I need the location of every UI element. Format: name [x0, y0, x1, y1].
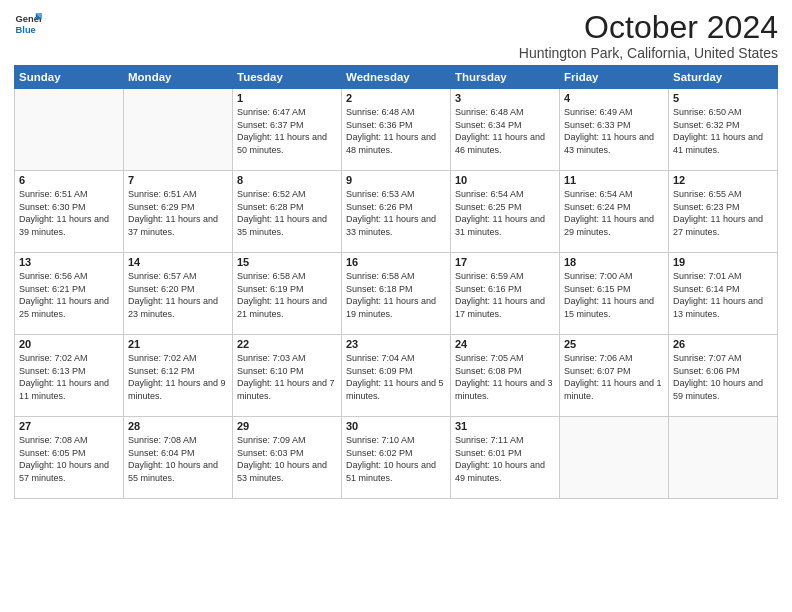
- day-number: 5: [673, 92, 773, 104]
- day-number: 30: [346, 420, 446, 432]
- cell-text: Sunrise: 6:49 AM: [564, 106, 664, 119]
- cell-text: Sunrise: 6:47 AM: [237, 106, 337, 119]
- calendar-week-4: 27Sunrise: 7:08 AMSunset: 6:05 PMDayligh…: [15, 417, 778, 499]
- cell-text: Daylight: 11 hours and 46 minutes.: [455, 131, 555, 156]
- day-number: 8: [237, 174, 337, 186]
- calendar-cell: 2Sunrise: 6:48 AMSunset: 6:36 PMDaylight…: [342, 89, 451, 171]
- cell-text: Sunrise: 6:48 AM: [455, 106, 555, 119]
- month-title: October 2024: [519, 10, 778, 45]
- calendar-cell: [560, 417, 669, 499]
- cell-text: Sunset: 6:19 PM: [237, 283, 337, 296]
- cell-text: Daylight: 11 hours and 19 minutes.: [346, 295, 446, 320]
- cell-text: Sunrise: 7:05 AM: [455, 352, 555, 365]
- cell-text: Sunrise: 6:56 AM: [19, 270, 119, 283]
- cell-text: Daylight: 11 hours and 3 minutes.: [455, 377, 555, 402]
- calendar-cell: 13Sunrise: 6:56 AMSunset: 6:21 PMDayligh…: [15, 253, 124, 335]
- calendar-cell: 24Sunrise: 7:05 AMSunset: 6:08 PMDayligh…: [451, 335, 560, 417]
- cell-text: Sunset: 6:32 PM: [673, 119, 773, 132]
- cell-text: Sunrise: 6:54 AM: [564, 188, 664, 201]
- day-number: 27: [19, 420, 119, 432]
- day-number: 7: [128, 174, 228, 186]
- cell-text: Sunrise: 6:58 AM: [346, 270, 446, 283]
- calendar-week-3: 20Sunrise: 7:02 AMSunset: 6:13 PMDayligh…: [15, 335, 778, 417]
- cell-text: Sunrise: 7:03 AM: [237, 352, 337, 365]
- header: General Blue October 2024 Huntington Par…: [14, 10, 778, 61]
- cell-text: Sunrise: 6:53 AM: [346, 188, 446, 201]
- day-number: 3: [455, 92, 555, 104]
- calendar-cell: 16Sunrise: 6:58 AMSunset: 6:18 PMDayligh…: [342, 253, 451, 335]
- day-number: 1: [237, 92, 337, 104]
- calendar-cell: 10Sunrise: 6:54 AMSunset: 6:25 PMDayligh…: [451, 171, 560, 253]
- cell-text: Sunrise: 6:48 AM: [346, 106, 446, 119]
- cell-text: Sunrise: 6:50 AM: [673, 106, 773, 119]
- cell-text: Daylight: 11 hours and 29 minutes.: [564, 213, 664, 238]
- col-thursday: Thursday: [451, 66, 560, 89]
- cell-text: Sunset: 6:28 PM: [237, 201, 337, 214]
- cell-text: Daylight: 11 hours and 50 minutes.: [237, 131, 337, 156]
- cell-text: Sunrise: 7:11 AM: [455, 434, 555, 447]
- cell-text: Sunset: 6:29 PM: [128, 201, 228, 214]
- cell-text: Sunset: 6:36 PM: [346, 119, 446, 132]
- day-number: 16: [346, 256, 446, 268]
- main-container: General Blue October 2024 Huntington Par…: [0, 0, 792, 507]
- day-number: 22: [237, 338, 337, 350]
- cell-text: Daylight: 11 hours and 11 minutes.: [19, 377, 119, 402]
- cell-text: Sunrise: 7:02 AM: [128, 352, 228, 365]
- cell-text: Daylight: 11 hours and 17 minutes.: [455, 295, 555, 320]
- cell-text: Sunset: 6:24 PM: [564, 201, 664, 214]
- day-number: 20: [19, 338, 119, 350]
- col-friday: Friday: [560, 66, 669, 89]
- cell-text: Daylight: 11 hours and 41 minutes.: [673, 131, 773, 156]
- calendar-cell: 22Sunrise: 7:03 AMSunset: 6:10 PMDayligh…: [233, 335, 342, 417]
- calendar-cell: 4Sunrise: 6:49 AMSunset: 6:33 PMDaylight…: [560, 89, 669, 171]
- cell-text: Daylight: 11 hours and 25 minutes.: [19, 295, 119, 320]
- calendar-cell: 30Sunrise: 7:10 AMSunset: 6:02 PMDayligh…: [342, 417, 451, 499]
- cell-text: Daylight: 11 hours and 37 minutes.: [128, 213, 228, 238]
- calendar-cell: 21Sunrise: 7:02 AMSunset: 6:12 PMDayligh…: [124, 335, 233, 417]
- day-number: 2: [346, 92, 446, 104]
- calendar-cell: 11Sunrise: 6:54 AMSunset: 6:24 PMDayligh…: [560, 171, 669, 253]
- cell-text: Sunrise: 6:54 AM: [455, 188, 555, 201]
- cell-text: Daylight: 11 hours and 1 minute.: [564, 377, 664, 402]
- col-tuesday: Tuesday: [233, 66, 342, 89]
- col-wednesday: Wednesday: [342, 66, 451, 89]
- cell-text: Sunset: 6:02 PM: [346, 447, 446, 460]
- calendar-cell: 28Sunrise: 7:08 AMSunset: 6:04 PMDayligh…: [124, 417, 233, 499]
- cell-text: Sunrise: 7:06 AM: [564, 352, 664, 365]
- cell-text: Daylight: 11 hours and 23 minutes.: [128, 295, 228, 320]
- day-number: 29: [237, 420, 337, 432]
- cell-text: Sunrise: 7:10 AM: [346, 434, 446, 447]
- cell-text: Sunset: 6:16 PM: [455, 283, 555, 296]
- calendar-cell: 14Sunrise: 6:57 AMSunset: 6:20 PMDayligh…: [124, 253, 233, 335]
- logo-icon: General Blue: [14, 10, 42, 38]
- cell-text: Daylight: 10 hours and 53 minutes.: [237, 459, 337, 484]
- cell-text: Sunrise: 7:00 AM: [564, 270, 664, 283]
- day-number: 4: [564, 92, 664, 104]
- cell-text: Daylight: 11 hours and 5 minutes.: [346, 377, 446, 402]
- cell-text: Daylight: 11 hours and 48 minutes.: [346, 131, 446, 156]
- day-number: 17: [455, 256, 555, 268]
- calendar-cell: 6Sunrise: 6:51 AMSunset: 6:30 PMDaylight…: [15, 171, 124, 253]
- calendar-week-0: 1Sunrise: 6:47 AMSunset: 6:37 PMDaylight…: [15, 89, 778, 171]
- col-sunday: Sunday: [15, 66, 124, 89]
- cell-text: Sunset: 6:20 PM: [128, 283, 228, 296]
- cell-text: Sunrise: 7:08 AM: [19, 434, 119, 447]
- logo: General Blue: [14, 10, 42, 38]
- calendar-cell: 29Sunrise: 7:09 AMSunset: 6:03 PMDayligh…: [233, 417, 342, 499]
- calendar-cell: 23Sunrise: 7:04 AMSunset: 6:09 PMDayligh…: [342, 335, 451, 417]
- cell-text: Sunset: 6:06 PM: [673, 365, 773, 378]
- cell-text: Sunset: 6:05 PM: [19, 447, 119, 460]
- title-block: October 2024 Huntington Park, California…: [519, 10, 778, 61]
- day-number: 15: [237, 256, 337, 268]
- calendar-cell: 7Sunrise: 6:51 AMSunset: 6:29 PMDaylight…: [124, 171, 233, 253]
- cell-text: Sunset: 6:14 PM: [673, 283, 773, 296]
- calendar-cell: [669, 417, 778, 499]
- calendar-cell: 15Sunrise: 6:58 AMSunset: 6:19 PMDayligh…: [233, 253, 342, 335]
- cell-text: Sunset: 6:01 PM: [455, 447, 555, 460]
- calendar-cell: [124, 89, 233, 171]
- cell-text: Sunrise: 6:59 AM: [455, 270, 555, 283]
- calendar-cell: 31Sunrise: 7:11 AMSunset: 6:01 PMDayligh…: [451, 417, 560, 499]
- day-number: 12: [673, 174, 773, 186]
- cell-text: Sunset: 6:09 PM: [346, 365, 446, 378]
- day-number: 24: [455, 338, 555, 350]
